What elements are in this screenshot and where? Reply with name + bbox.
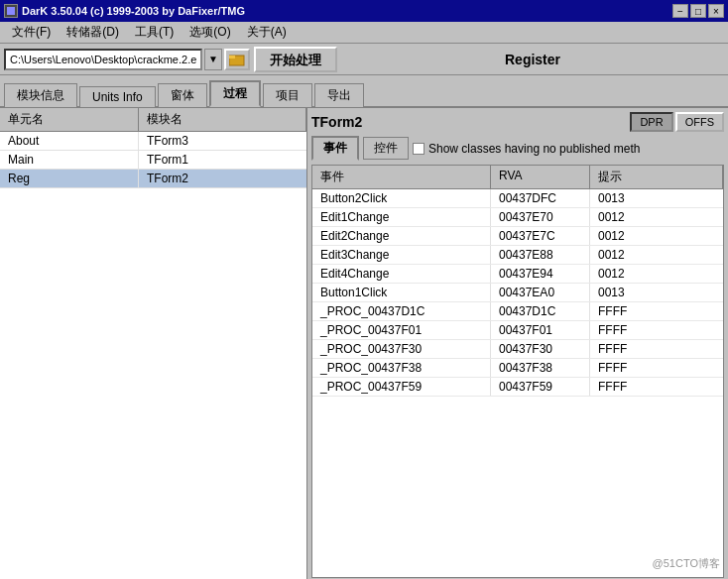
show-classes-label: Show classes having no published meth [428,142,640,156]
title-bar-left: DarK 3.50.04 (c) 1999-2003 by DaFixer/TM… [4,4,245,18]
right-cell-hint: FFFF [590,359,723,377]
right-table-body: Button2Click00437DFC0013Edit1Change00437… [312,189,723,397]
dpr-button[interactable]: DPR [630,112,672,132]
right-cell-hint: 0012 [590,246,723,264]
right-tab-events[interactable]: 事件 [311,136,359,161]
left-cell-unit: Main [0,151,139,169]
toolbar: ▼ 开始处理 Register [0,44,728,75]
tabs-row: 模块信息 Units Info 窗体 过程 项目 导出 [0,75,728,108]
left-table-row[interactable]: AboutTForm3 [0,132,306,151]
register-label: Register [341,52,724,67]
right-cell-rva: 00437E94 [491,265,590,283]
menu-dumper[interactable]: 转储器(D) [59,22,127,43]
tab-project[interactable]: 项目 [263,83,312,107]
main-content: 单元名 模块名 AboutTForm3MainTForm1RegTForm2 T… [0,108,728,579]
right-table-header: 事件 RVA 提示 [312,166,723,189]
right-cell-hint: 0013 [590,189,723,207]
right-table-row[interactable]: Button1Click00437EA00013 [312,284,723,302]
title-bar-buttons: − □ × [672,4,724,18]
folder-button[interactable] [224,49,250,70]
close-button[interactable]: × [708,4,724,18]
right-cell-hint: 0012 [590,265,723,283]
menu-about[interactable]: 关于(A) [239,22,295,43]
right-header: TForm2 DPR OFFS [311,112,724,132]
right-col3-header: 提示 [590,166,723,188]
left-table-header: 单元名 模块名 [0,108,306,132]
right-cell-hint: FFFF [590,302,723,320]
menu-bar: 文件(F) 转储器(D) 工具(T) 选项(O) 关于(A) [0,22,728,44]
title-bar: DarK 3.50.04 (c) 1999-2003 by DaFixer/TM… [0,0,728,22]
right-cell-rva: 00437E7C [491,227,590,245]
right-table-row[interactable]: _PROC_00437F5900437F59FFFF [312,378,723,397]
left-panel: 单元名 模块名 AboutTForm3MainTForm1RegTForm2 [0,108,307,579]
svg-rect-3 [229,56,235,58]
left-col1-header: 单元名 [0,108,139,131]
tab-procedure[interactable]: 过程 [209,80,261,107]
right-cell-event: _PROC_00437F30 [312,340,491,358]
show-classes-checkbox[interactable] [413,143,425,155]
left-col2-header: 模块名 [139,108,306,131]
right-cell-rva: 00437D1C [491,302,590,320]
right-cell-event: _PROC_00437F01 [312,321,491,339]
right-cell-event: _PROC_00437F38 [312,359,491,377]
tab-windows[interactable]: 窗体 [158,83,207,107]
right-cell-hint: FFFF [590,321,723,339]
right-table-row[interactable]: Edit1Change00437E700012 [312,208,723,227]
right-tabs-row: 事件 控件 Show classes having no published m… [311,136,724,161]
offs-button[interactable]: OFFS [675,112,724,132]
right-title: TForm2 [311,114,362,130]
right-cell-event: Button1Click [312,284,491,301]
right-cell-rva: 00437F59 [491,378,590,396]
app-icon [4,4,18,18]
menu-options[interactable]: 选项(O) [182,22,238,43]
right-cell-event: Edit3Change [312,246,491,264]
menu-tools[interactable]: 工具(T) [127,22,182,43]
right-table-row[interactable]: Edit4Change00437E940012 [312,265,723,284]
watermark: @51CTO博客 [653,556,720,571]
right-col2-header: RVA [491,166,590,188]
left-cell-module: TForm1 [139,151,306,169]
left-cell-module: TForm3 [139,132,306,150]
right-cell-rva: 00437F01 [491,321,590,339]
right-cell-hint: FFFF [590,378,723,396]
tab-units-info[interactable]: Units Info [79,86,156,107]
minimize-button[interactable]: − [672,4,688,18]
right-cell-hint: FFFF [590,340,723,358]
right-cell-hint: 0013 [590,284,723,301]
app-title: DarK 3.50.04 (c) 1999-2003 by DaFixer/TM… [22,5,245,17]
right-table-row[interactable]: _PROC_00437F0100437F01FFFF [312,321,723,340]
start-button[interactable]: 开始处理 [254,47,337,72]
right-table-row[interactable]: Edit3Change00437E880012 [312,246,723,265]
right-table-row[interactable]: Button2Click00437DFC0013 [312,189,723,208]
right-table-row[interactable]: Edit2Change00437E7C0012 [312,227,723,246]
menu-file[interactable]: 文件(F) [4,22,59,43]
path-input[interactable] [4,49,202,70]
right-col1-header: 事件 [312,166,491,188]
left-table-row[interactable]: RegTForm2 [0,170,306,188]
left-table-body: AboutTForm3MainTForm1RegTForm2 [0,132,306,579]
right-cell-hint: 0012 [590,227,723,245]
left-table-row[interactable]: MainTForm1 [0,151,306,170]
left-cell-unit: About [0,132,139,150]
right-cell-rva: 00437E70 [491,208,590,226]
maximize-button[interactable]: □ [690,4,706,18]
right-cell-rva: 00437E88 [491,246,590,264]
right-cell-event: Edit4Change [312,265,491,283]
right-cell-event: Edit1Change [312,208,491,226]
right-table-row[interactable]: _PROC_00437F3000437F30FFFF [312,340,723,359]
right-panel: TForm2 DPR OFFS 事件 控件 Show classes havin… [307,108,728,579]
right-cell-rva: 00437DFC [491,189,590,207]
right-cell-rva: 00437EA0 [491,284,590,301]
right-btn-group: DPR OFFS [630,112,724,132]
right-cell-event: Edit2Change [312,227,491,245]
right-cell-event: _PROC_00437D1C [312,302,491,320]
path-dropdown-arrow[interactable]: ▼ [204,49,222,70]
right-table-row[interactable]: _PROC_00437D1C00437D1CFFFF [312,302,723,321]
right-tab-controls[interactable]: 控件 [363,137,409,160]
right-cell-hint: 0012 [590,208,723,226]
tab-export[interactable]: 导出 [314,83,364,107]
tab-module-info[interactable]: 模块信息 [4,83,77,107]
right-table-row[interactable]: _PROC_00437F3800437F38FFFF [312,359,723,378]
right-cell-rva: 00437F30 [491,340,590,358]
left-cell-unit: Reg [0,170,139,187]
